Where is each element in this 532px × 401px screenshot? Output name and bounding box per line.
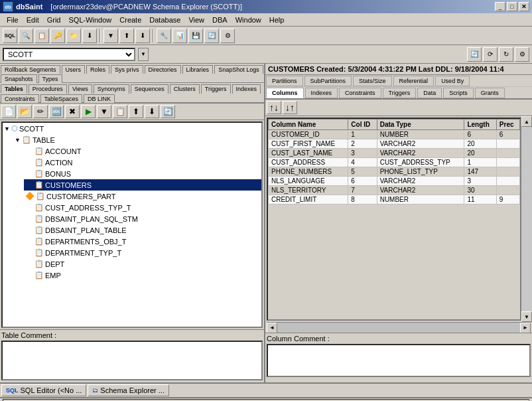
tab-rollback-segments[interactable]: Rollback Segments <box>1 65 60 74</box>
scroll-up-btn[interactable]: ▲ <box>521 116 532 127</box>
tab-snapshot-logs[interactable]: SnapShot Logs <box>214 65 263 74</box>
menu-file[interactable]: File <box>3 15 23 25</box>
table-row[interactable]: CREDIT_LIMIT8NUMBER119 <box>269 195 520 204</box>
rtab-constraints[interactable]: Constraints <box>339 88 381 98</box>
tab-types[interactable]: Types <box>38 74 62 83</box>
menu-sql-window[interactable]: SQL-Window <box>64 15 115 25</box>
rtab-subpartitions[interactable]: SubPartitions <box>304 76 352 86</box>
rtab-stats-size[interactable]: Stats/Size <box>353 76 392 86</box>
tool-btn-7[interactable]: ⬆ <box>119 29 134 43</box>
table-row[interactable]: NLS_TERRITORY7VARCHAR230 <box>269 186 520 195</box>
tool-btn-1[interactable]: 🔍 <box>19 29 33 43</box>
table-row[interactable]: CUST_LAST_NAME3VARCHAR220 <box>269 149 520 158</box>
menu-help[interactable]: Help <box>265 15 289 25</box>
tree-action[interactable]: 📋ACTION <box>24 157 261 168</box>
right-tool-1[interactable]: 🔄 <box>467 47 482 62</box>
sort-asc-btn[interactable]: ↑↓ <box>267 101 281 114</box>
tree-account[interactable]: 📋ACCOUNT <box>24 145 261 157</box>
menu-create[interactable]: Create <box>115 15 145 25</box>
rtab-referential[interactable]: Referential <box>393 76 434 86</box>
export-btn[interactable]: ⬇ <box>145 105 159 118</box>
tool-btn-5[interactable]: ⬇ <box>82 29 97 43</box>
tree-table-node[interactable]: ▼ 📋 TABLE <box>13 134 261 145</box>
taskbar-schema-explorer[interactable]: 🗂 Schema Explorer ... <box>88 384 169 396</box>
right-tool-4[interactable]: ⚙ <box>515 47 529 62</box>
table-row[interactable]: PHONE_NUMBERS5PHONE_LIST_TYP147 <box>269 167 520 177</box>
tree-root[interactable]: ▼ ⬡ SCOTT <box>3 123 261 134</box>
schema-combo[interactable]: SCOTT <box>3 48 135 61</box>
copy-btn[interactable]: 📋 <box>113 105 127 118</box>
schema-combo-arrow[interactable]: ▼ <box>138 48 149 61</box>
tree-dept[interactable]: 📋DEPT <box>24 258 261 270</box>
taskbar-sql-editor[interactable]: SQL SQL Editor (<No ... <box>1 384 86 396</box>
tab-snapshots[interactable]: Snapshots <box>1 74 37 83</box>
grid-scrollbar-v[interactable]: ▲ ▼ <box>521 116 532 322</box>
sort-desc-btn[interactable]: ↓↑ <box>283 101 297 114</box>
tool-btn-4[interactable]: 📁 <box>66 29 81 43</box>
minimize-button[interactable]: _ <box>495 2 505 11</box>
edit-btn[interactable]: ✏ <box>33 105 48 118</box>
h-scroll-bar[interactable]: ◄ ► <box>267 322 531 333</box>
tree-customers[interactable]: 📋CUSTOMERS <box>24 179 261 191</box>
tab-tables[interactable]: Tables <box>1 84 27 94</box>
column-comment-input[interactable] <box>267 344 531 377</box>
menu-database[interactable]: Database <box>145 15 184 25</box>
scroll-track-v[interactable] <box>521 127 532 311</box>
tab-clusters[interactable]: Clusters <box>170 84 200 94</box>
tree-emp[interactable]: 📋EMP <box>24 270 261 281</box>
rtab-partitions[interactable]: Partitions <box>266 76 303 86</box>
rtab-grants[interactable]: Grants <box>475 88 505 98</box>
rtab-scripts[interactable]: Scripts <box>443 88 474 98</box>
new-btn[interactable]: 📄 <box>1 105 16 118</box>
rtab-triggers[interactable]: Triggers <box>383 88 417 98</box>
table-row[interactable]: CUST_ADDRESS4CUST_ADDRESS_TYP1 <box>269 158 520 167</box>
tree-cust-address[interactable]: 📋CUST_ADDRESS_TYP_T <box>24 202 261 213</box>
tree-departments-obj[interactable]: 📋DEPARTMENTS_OBJ_T <box>24 236 261 247</box>
rtab-indexes[interactable]: Indexes <box>305 88 338 98</box>
scroll-down-btn[interactable]: ▼ <box>521 311 532 322</box>
tree-dbsaint-table[interactable]: 📋DBSAINT_PLAN_TABLE <box>24 224 261 236</box>
right-tool-2[interactable]: ⟳ <box>483 47 498 62</box>
maximize-button[interactable]: □ <box>507 2 517 11</box>
table-comment-input[interactable] <box>1 341 263 380</box>
right-tool-3[interactable]: ↻ <box>499 47 513 62</box>
tab-sys-privs[interactable]: Sys privs <box>111 65 143 74</box>
open-btn[interactable]: 📂 <box>17 105 32 118</box>
table-row[interactable]: NLS_LANGUAGE6VARCHAR23 <box>269 177 520 186</box>
close-button[interactable]: ✕ <box>519 2 529 11</box>
tab-constraints[interactable]: Constraints <box>1 94 39 103</box>
tool-btn-9[interactable]: 🔧 <box>157 29 171 43</box>
tool-btn-2[interactable]: 📋 <box>34 29 49 43</box>
import-btn[interactable]: ⬆ <box>129 105 143 118</box>
menu-window[interactable]: Window <box>232 15 265 25</box>
tool-btn-8[interactable]: ⬇ <box>135 29 150 43</box>
tab-users[interactable]: Users <box>62 65 86 74</box>
rtab-data[interactable]: Data <box>417 88 442 98</box>
tree-dbsaint-sql[interactable]: 📋DBSAINT_PLAN_SQL_STM <box>24 213 261 224</box>
column-grid[interactable]: Column Name Col ID Data Type Length Prec… <box>267 118 521 321</box>
table-row[interactable]: CUST_FIRST_NAME2VARCHAR220 <box>269 139 520 149</box>
run-btn[interactable]: ▶ <box>81 105 96 118</box>
tab-indexes[interactable]: Indexes <box>232 84 261 94</box>
tab-sequences[interactable]: Sequences <box>131 84 168 94</box>
rename-btn[interactable]: 🔤 <box>49 105 64 118</box>
rtab-columns[interactable]: Columns <box>266 88 304 98</box>
tab-directories[interactable]: Directories <box>145 65 181 74</box>
table-row[interactable]: CUSTOMER_ID1NUMBER66 <box>269 130 520 139</box>
tool-btn-6[interactable]: ▼ <box>103 29 118 43</box>
tab-tablespaces[interactable]: TableSpaces <box>40 94 83 103</box>
tool-btn-3[interactable]: 🔑 <box>50 29 65 43</box>
scroll-left-btn[interactable]: ◄ <box>267 323 277 333</box>
rtab-used-by[interactable]: Used By <box>435 76 470 86</box>
tree-customers-part[interactable]: 🔶📋CUSTOMERS_PART <box>24 191 261 202</box>
sql-btn[interactable]: SQL <box>3 29 17 43</box>
menu-dba[interactable]: DBA <box>208 15 232 25</box>
scroll-track-h[interactable] <box>277 323 520 333</box>
refresh-btn[interactable]: 🔄 <box>161 105 175 118</box>
menu-edit[interactable]: Edit <box>23 15 43 25</box>
delete-btn[interactable]: ✖ <box>65 105 80 118</box>
tool-btn-11[interactable]: 💾 <box>188 29 203 43</box>
tab-roles[interactable]: Roles <box>86 65 109 74</box>
tab-libraries[interactable]: Libraries <box>182 65 214 74</box>
tree-bonus[interactable]: 📋BONUS <box>24 168 261 179</box>
